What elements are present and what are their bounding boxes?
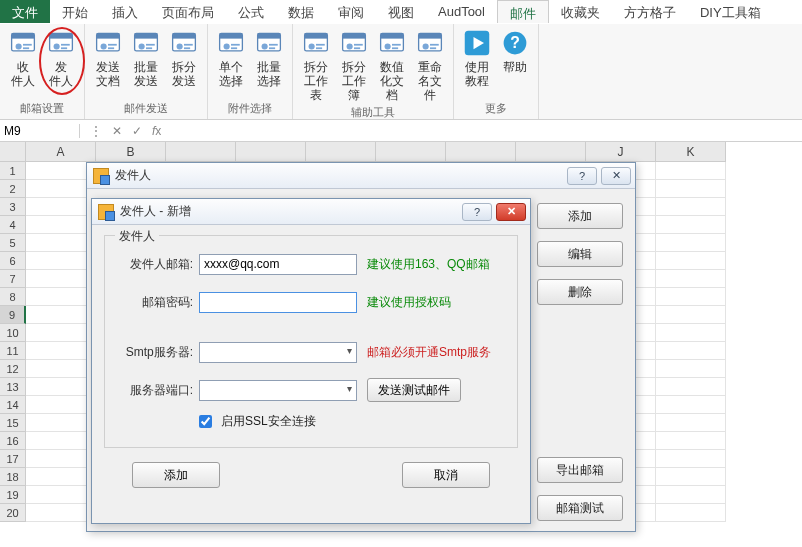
ribbon-split-wb-button[interactable]: 拆分工作簿 bbox=[335, 26, 373, 104]
row-header[interactable]: 6 bbox=[0, 252, 26, 270]
enter-icon[interactable]: ✓ bbox=[132, 124, 142, 138]
row-header[interactable]: 15 bbox=[0, 414, 26, 432]
ribbon-recipient-button[interactable]: 收件人 bbox=[4, 26, 42, 100]
port-input[interactable] bbox=[199, 380, 357, 401]
cell[interactable] bbox=[656, 234, 726, 252]
row-header[interactable]: 11 bbox=[0, 342, 26, 360]
add-button[interactable]: 添加 bbox=[537, 203, 623, 229]
cell[interactable] bbox=[656, 198, 726, 216]
row-header[interactable]: 3 bbox=[0, 198, 26, 216]
col-header[interactable] bbox=[516, 142, 586, 162]
cell[interactable] bbox=[656, 162, 726, 180]
test-button[interactable]: 邮箱测试 bbox=[537, 495, 623, 521]
ribbon-split-send-button[interactable]: 拆分发送 bbox=[165, 26, 203, 100]
col-header[interactable] bbox=[376, 142, 446, 162]
menu-tab-公式[interactable]: 公式 bbox=[226, 0, 276, 23]
cell[interactable] bbox=[656, 306, 726, 324]
col-header[interactable] bbox=[166, 142, 236, 162]
help-button[interactable]: ? bbox=[567, 167, 597, 185]
cancel-icon[interactable]: ✕ bbox=[112, 124, 122, 138]
menu-tab-文件[interactable]: 文件 bbox=[0, 0, 50, 23]
delete-button[interactable]: 删除 bbox=[537, 279, 623, 305]
cell[interactable] bbox=[656, 360, 726, 378]
send-test-button[interactable]: 发送测试邮件 bbox=[367, 378, 461, 402]
cancel-button[interactable]: 取消 bbox=[402, 462, 490, 488]
select-all-corner[interactable] bbox=[0, 142, 26, 162]
cell[interactable] bbox=[656, 216, 726, 234]
row-header[interactable]: 4 bbox=[0, 216, 26, 234]
row-header[interactable]: 2 bbox=[0, 180, 26, 198]
row-header[interactable]: 20 bbox=[0, 504, 26, 522]
cell[interactable] bbox=[656, 288, 726, 306]
cell[interactable] bbox=[656, 252, 726, 270]
row-header[interactable]: 8 bbox=[0, 288, 26, 306]
smtp-input[interactable] bbox=[199, 342, 357, 363]
cell[interactable] bbox=[656, 504, 726, 522]
cell[interactable] bbox=[656, 432, 726, 450]
cell[interactable] bbox=[656, 324, 726, 342]
col-header[interactable]: J bbox=[586, 142, 656, 162]
menu-tab-页面布局[interactable]: 页面布局 bbox=[150, 0, 226, 23]
row-header[interactable]: 1 bbox=[0, 162, 26, 180]
row-header[interactable]: 9 bbox=[0, 306, 26, 324]
menu-tab-数据[interactable]: 数据 bbox=[276, 0, 326, 23]
sender-new-titlebar[interactable]: 发件人 - 新增 ? ✕ bbox=[92, 199, 530, 225]
sender-modal-titlebar[interactable]: 发件人 ? ✕ bbox=[87, 163, 635, 189]
fx-icon[interactable]: fx bbox=[152, 124, 161, 138]
cell[interactable] bbox=[656, 450, 726, 468]
name-box[interactable]: M9 bbox=[0, 124, 80, 138]
col-header[interactable]: A bbox=[26, 142, 96, 162]
close-button[interactable]: ✕ bbox=[601, 167, 631, 185]
ribbon-sender-button[interactable]: 发件人 bbox=[42, 26, 80, 100]
row-header[interactable]: 5 bbox=[0, 234, 26, 252]
cell[interactable] bbox=[656, 414, 726, 432]
ribbon-rename-button[interactable]: 重命名文件 bbox=[411, 26, 449, 104]
ribbon-send-doc-button[interactable]: 发送文档 bbox=[89, 26, 127, 100]
password-input[interactable] bbox=[199, 292, 357, 313]
menu-tab-开始[interactable]: 开始 bbox=[50, 0, 100, 23]
edit-button[interactable]: 编辑 bbox=[537, 241, 623, 267]
ok-button[interactable]: 添加 bbox=[132, 462, 220, 488]
ribbon-num-doc-button[interactable]: 数值化文档 bbox=[373, 26, 411, 104]
cell[interactable] bbox=[656, 396, 726, 414]
row-header[interactable]: 16 bbox=[0, 432, 26, 450]
cell[interactable] bbox=[656, 486, 726, 504]
menu-tab-审阅[interactable]: 审阅 bbox=[326, 0, 376, 23]
dropdown-icon[interactable]: ⋮ bbox=[90, 124, 102, 138]
row-header[interactable]: 17 bbox=[0, 450, 26, 468]
row-header[interactable]: 10 bbox=[0, 324, 26, 342]
col-header[interactable] bbox=[306, 142, 376, 162]
cell[interactable] bbox=[656, 342, 726, 360]
menu-tab-DIY工具箱[interactable]: DIY工具箱 bbox=[688, 0, 773, 23]
cell[interactable] bbox=[656, 270, 726, 288]
close-button[interactable]: ✕ bbox=[496, 203, 526, 221]
menu-tab-收藏夹[interactable]: 收藏夹 bbox=[549, 0, 612, 23]
ribbon-tutorial-button[interactable]: 使用教程 bbox=[458, 26, 496, 100]
export-button[interactable]: 导出邮箱 bbox=[537, 457, 623, 483]
cell[interactable] bbox=[656, 180, 726, 198]
menu-tab-方方格子[interactable]: 方方格子 bbox=[612, 0, 688, 23]
email-input[interactable] bbox=[199, 254, 357, 275]
col-header[interactable]: B bbox=[96, 142, 166, 162]
menu-tab-插入[interactable]: 插入 bbox=[100, 0, 150, 23]
col-header[interactable] bbox=[446, 142, 516, 162]
row-header[interactable]: 7 bbox=[0, 270, 26, 288]
cell[interactable] bbox=[656, 378, 726, 396]
ssl-checkbox[interactable] bbox=[199, 415, 212, 428]
help-button[interactable]: ? bbox=[462, 203, 492, 221]
row-header[interactable]: 19 bbox=[0, 486, 26, 504]
ssl-label[interactable]: 启用SSL安全连接 bbox=[221, 413, 316, 430]
row-header[interactable]: 12 bbox=[0, 360, 26, 378]
cell[interactable] bbox=[656, 468, 726, 486]
menu-tab-视图[interactable]: 视图 bbox=[376, 0, 426, 23]
ribbon-batch-send-button[interactable]: 批量发送 bbox=[127, 26, 165, 100]
ribbon-split-ws-button[interactable]: 拆分工作表 bbox=[297, 26, 335, 104]
col-header[interactable] bbox=[236, 142, 306, 162]
menu-tab-邮件[interactable]: 邮件 bbox=[497, 0, 549, 23]
row-header[interactable]: 13 bbox=[0, 378, 26, 396]
row-header[interactable]: 14 bbox=[0, 396, 26, 414]
col-header[interactable]: K bbox=[656, 142, 726, 162]
ribbon-single-sel-button[interactable]: 单个选择 bbox=[212, 26, 250, 100]
menu-tab-AudTool[interactable]: AudTool bbox=[426, 0, 497, 23]
ribbon-batch-sel-button[interactable]: 批量选择 bbox=[250, 26, 288, 100]
